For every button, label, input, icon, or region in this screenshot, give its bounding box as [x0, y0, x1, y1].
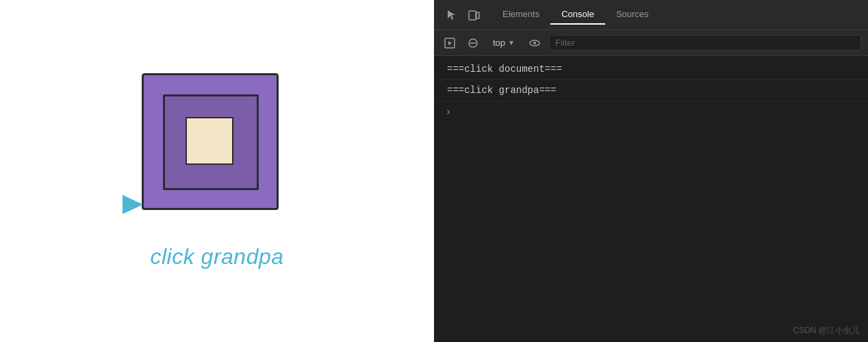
child-box[interactable] [186, 117, 233, 165]
grandpa-box[interactable] [142, 73, 279, 210]
devtools-tabs: Elements Console Sources [492, 5, 660, 25]
devtools-topbar: Elements Console Sources [434, 0, 868, 30]
diagram-area [142, 73, 292, 224]
eye-icon[interactable] [526, 34, 544, 52]
arrow-icon [123, 195, 143, 214]
parent-box[interactable] [163, 94, 259, 190]
watermark: CSDN @江小虫儿 [793, 325, 860, 337]
clear-log-icon[interactable] [464, 34, 482, 52]
tab-console[interactable]: Console [550, 5, 605, 25]
inspect-icon[interactable] [442, 5, 461, 25]
tab-elements[interactable]: Elements [492, 5, 550, 25]
prompt-chevron-icon: › [445, 106, 452, 118]
chevron-down-icon: ▼ [508, 39, 515, 47]
console-output: ===click document=== ===click grandpa===… [434, 56, 868, 342]
click-grandpa-label: click grandpa [150, 244, 283, 269]
svg-point-7 [533, 42, 536, 44]
filter-input[interactable] [549, 35, 861, 51]
left-panel: click grandpa [0, 0, 434, 342]
devtools-panel: Elements Console Sources top ▼ [434, 0, 868, 342]
tab-sources[interactable]: Sources [605, 5, 660, 25]
arrow-container [123, 195, 143, 217]
run-script-icon[interactable] [441, 34, 459, 52]
top-context-label: top [493, 38, 505, 48]
svg-rect-1 [476, 12, 479, 18]
svg-rect-0 [469, 11, 476, 20]
device-toolbar-icon[interactable] [464, 5, 483, 25]
console-line-2: ===click grandpa=== [434, 80, 868, 101]
console-toolbar: top ▼ [434, 30, 868, 56]
top-context-dropdown[interactable]: top ▼ [487, 36, 520, 50]
console-line-1: ===click document=== [434, 59, 868, 80]
svg-marker-3 [448, 41, 452, 45]
console-prompt[interactable]: › [434, 102, 868, 122]
